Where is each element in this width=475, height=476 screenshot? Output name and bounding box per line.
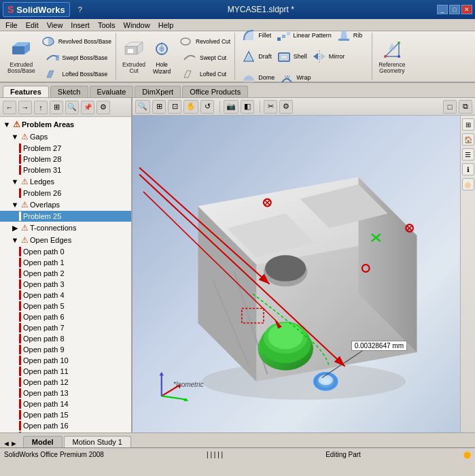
panel-expand-button[interactable]: ⊞ xyxy=(50,101,63,114)
tree-item-gaps[interactable]: ▼ ⚠ Gaps xyxy=(0,131,131,143)
extruded-cut-button[interactable]: ExtrudedCut xyxy=(120,33,147,80)
maximize-button[interactable]: □ xyxy=(449,5,460,14)
tree-item-op16[interactable]: Open path 16 xyxy=(0,420,131,431)
svg-point-34 xyxy=(398,55,400,58)
window-controls[interactable]: _ □ ✕ xyxy=(437,5,472,14)
vr-home-button[interactable]: 🏠 xyxy=(462,133,474,146)
view-orient-button[interactable]: 📷 xyxy=(224,100,239,114)
pan-button[interactable]: ✋ xyxy=(183,100,198,114)
tree-item-op11[interactable]: Open path 11 xyxy=(0,366,131,377)
zoom-area-button[interactable]: ⊡ xyxy=(168,100,181,114)
fillet-button[interactable]: Fillet xyxy=(239,25,273,46)
panel-up-button[interactable]: ↑ xyxy=(34,101,48,114)
revolved-boss-button[interactable]: Revolved Boss/Base xyxy=(39,33,113,50)
vr-info-button[interactable]: ℹ xyxy=(462,163,474,175)
window-restore-button[interactable]: ⧉ xyxy=(459,100,472,114)
tree-item-op12[interactable]: Open path 12 xyxy=(0,377,131,388)
tree-item-op17[interactable]: Open path 17 xyxy=(0,431,131,432)
tree-item-p28[interactable]: Problem 28 xyxy=(0,154,131,165)
tree-item-op10[interactable]: Open path 10 xyxy=(0,355,131,366)
scroll-right-button[interactable]: ► xyxy=(10,439,18,447)
swept-boss-button[interactable]: Swept Boss/Base xyxy=(39,50,113,66)
tree-item-op0[interactable]: Open path 0 xyxy=(0,246,131,257)
menu-insert[interactable]: Insert xyxy=(67,20,94,30)
lofted-boss-button[interactable]: Lofted Boss/Base xyxy=(39,66,113,82)
panel-forward-button[interactable]: → xyxy=(18,101,32,114)
zoom-fit-button[interactable]: ⊞ xyxy=(152,100,166,114)
tab-dimxpert[interactable]: DimXpert xyxy=(135,86,181,97)
menu-tools[interactable]: Tools xyxy=(94,20,120,30)
scroll-left-button[interactable]: ◄ xyxy=(3,439,10,447)
linear-pattern-button[interactable]: Linear Pattern xyxy=(274,25,334,46)
tree-item-op8[interactable]: Open path 8 xyxy=(0,333,131,344)
tab-sketch[interactable]: Sketch xyxy=(50,86,88,97)
tree-item-openedges[interactable]: ▼ ⚠ Open Edges xyxy=(0,234,131,246)
tree-item-op1[interactable]: Open path 1 xyxy=(0,257,131,268)
view-display-button[interactable]: ◧ xyxy=(241,100,254,114)
tree-item-tconn[interactable]: ▶ ⚠ T-connections xyxy=(0,222,131,234)
extruded-boss-base-button[interactable]: ExtrudedBoss/Base xyxy=(5,33,37,80)
menu-window[interactable]: Window xyxy=(120,20,154,30)
revolved-cut-button[interactable]: Revolved Cut xyxy=(176,33,232,50)
minimize-button[interactable]: _ xyxy=(437,5,448,14)
menu-view[interactable]: View xyxy=(43,20,67,30)
window-max-button[interactable]: □ xyxy=(443,100,457,114)
ledges-toggle[interactable]: ▼ xyxy=(11,177,19,186)
dome-button[interactable]: Dome xyxy=(239,67,277,88)
tree-item-op3[interactable]: Open path 3 xyxy=(0,279,131,290)
menu-edit[interactable]: Edit xyxy=(22,20,43,30)
tree-item-op2[interactable]: Open path 2 xyxy=(0,268,131,279)
tree-item-overlaps[interactable]: ▼ ⚠ Overlaps xyxy=(0,199,131,211)
tree-item-op15[interactable]: Open path 15 xyxy=(0,409,131,420)
hole-wizard-button[interactable]: HoleWizard xyxy=(149,33,175,80)
tree-item-op6[interactable]: Open path 6 xyxy=(0,311,131,322)
overlaps-toggle[interactable]: ▼ xyxy=(11,201,19,209)
lofted-cut-button[interactable]: Lofted Cut xyxy=(176,66,232,82)
tconn-toggle[interactable]: ▶ xyxy=(11,224,19,233)
wrap-button[interactable]: W Wrap xyxy=(277,67,313,88)
tab-features[interactable]: Features xyxy=(3,86,49,97)
tree-item-op9[interactable]: Open path 9 xyxy=(0,344,131,355)
panel-settings-button[interactable]: ⚙ xyxy=(96,101,110,114)
rotate-button[interactable]: ↺ xyxy=(200,100,214,114)
gaps-toggle[interactable]: ▼ xyxy=(11,133,19,141)
menubar: File Edit View Insert Tools Window Help xyxy=(0,19,475,31)
tree-item-op5[interactable]: Open path 5 xyxy=(0,301,131,311)
tab-evaluate[interactable]: Evaluate xyxy=(90,86,134,97)
rib-button[interactable]: Rib xyxy=(334,25,365,46)
tree-item-p26[interactable]: Problem 26 xyxy=(0,188,131,199)
tab-model[interactable]: Model xyxy=(23,436,63,447)
tree-item-op7[interactable]: Open path 7 xyxy=(0,322,131,333)
tree-item-p31[interactable]: Problem 31 xyxy=(0,165,131,175)
swept-cut-button[interactable]: Swept Cut xyxy=(176,50,232,66)
view-settings-button[interactable]: ⚙ xyxy=(279,100,293,114)
3d-viewport[interactable]: 0.00328647 mm *Isometric xyxy=(133,116,475,432)
menu-file[interactable]: File xyxy=(1,20,22,30)
tree-item-p25[interactable]: Problem 25 xyxy=(0,211,131,222)
mirror-button[interactable]: Mirror xyxy=(310,46,347,67)
shell-button[interactable]: Shell xyxy=(275,46,309,67)
root-toggle[interactable]: ▼ xyxy=(3,120,11,129)
vr-target-button[interactable]: ◎ xyxy=(462,178,474,190)
reference-geometry-button[interactable]: ReferenceGeometry xyxy=(376,33,407,80)
panel-search-button[interactable]: 🔍 xyxy=(65,101,79,114)
tree-item-ledges[interactable]: ▼ ⚠ Ledges xyxy=(0,175,131,188)
vr-list-button[interactable]: ☰ xyxy=(462,148,474,160)
section-view-button[interactable]: ✂ xyxy=(264,100,277,114)
panel-pin-button[interactable]: 📌 xyxy=(81,101,94,114)
tab-office-products[interactable]: Office Products xyxy=(182,86,248,97)
tree-item-p27[interactable]: Problem 27 xyxy=(0,143,131,154)
draft-button[interactable]: Draft xyxy=(239,46,274,67)
menu-help-icon[interactable]: ? xyxy=(75,5,85,14)
menu-help[interactable]: Help xyxy=(154,20,178,30)
openedges-toggle[interactable]: ▼ xyxy=(11,236,19,244)
tree-item-op14[interactable]: Open path 14 xyxy=(0,398,131,409)
vr-expand-button[interactable]: ⊞ xyxy=(462,118,474,131)
tree-item-op13[interactable]: Open path 13 xyxy=(0,388,131,398)
panel-back-button[interactable]: ← xyxy=(3,101,16,114)
tab-motion-study[interactable]: Motion Study 1 xyxy=(64,436,131,447)
zoom-in-button[interactable]: 🔍 xyxy=(135,100,150,114)
close-button[interactable]: ✕ xyxy=(461,5,472,14)
tree-root[interactable]: ▼ ⚠ Problem Areas xyxy=(0,118,131,131)
tree-item-op4[interactable]: Open path 4 xyxy=(0,290,131,301)
